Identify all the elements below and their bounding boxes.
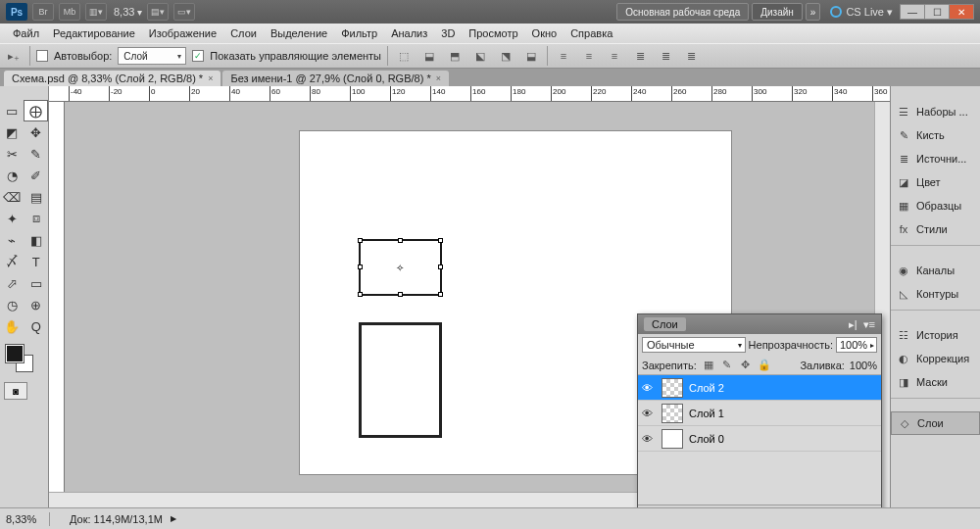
tool-button[interactable]: ✋ [0, 315, 24, 337]
workspace-primary-button[interactable]: Основная рабочая среда [616, 3, 749, 21]
menu-файл[interactable]: Файл [6, 27, 46, 39]
dist-icon[interactable]: ≣ [681, 46, 701, 66]
tool-button[interactable]: ✎ [24, 143, 49, 165]
panel-item-Каналы[interactable]: ◉Каналы [891, 259, 980, 282]
zoom-level[interactable]: 8,33 ▾ [114, 6, 142, 18]
bridge-icon[interactable]: Br [32, 3, 54, 21]
panel-item-Наборы ...[interactable]: ☰Наборы ... [891, 100, 980, 123]
lock-paint-icon[interactable]: ✎ [720, 359, 734, 371]
transform-handle[interactable] [358, 292, 363, 297]
tool-button[interactable]: ◔ [0, 165, 24, 186]
tool-button[interactable]: ◷ [0, 294, 24, 315]
tool-button[interactable]: ▭ [24, 272, 49, 294]
tool-button[interactable]: 〆 [0, 251, 24, 272]
transform-handle[interactable] [438, 264, 443, 269]
tool-button[interactable]: ⊕ [24, 294, 49, 315]
zoom-field[interactable]: 8,33% [0, 513, 49, 525]
screen-icon[interactable]: ▭▾ [173, 3, 195, 21]
tool-button[interactable]: ✐ [24, 165, 49, 186]
close-button[interactable]: ✕ [949, 4, 974, 20]
visibility-icon[interactable]: 👁 [642, 433, 656, 445]
layer-thumb[interactable] [662, 429, 683, 449]
status-menu-icon[interactable]: ▶ [171, 514, 176, 523]
tool-button[interactable]: ⬀ [0, 272, 24, 294]
minibridge-icon[interactable]: Mb [59, 3, 80, 21]
ruler-horizontal[interactable]: -40-200204060801001201401601802002202402… [49, 86, 980, 102]
layer-name[interactable]: Слой 2 [689, 382, 724, 394]
visibility-icon[interactable]: 👁 [642, 382, 656, 394]
cslive-button[interactable]: CS Live ▾ [830, 6, 893, 19]
layers-header[interactable]: Слои ▸|▾≡ [638, 314, 881, 334]
layer-name[interactable]: Слой 1 [689, 408, 724, 419]
tool-button[interactable]: Q [24, 315, 49, 337]
transform-handle[interactable] [438, 292, 443, 297]
panel-item-Источни...[interactable]: ≣Источни... [891, 147, 980, 170]
tool-button[interactable]: ✂ [0, 143, 24, 165]
menu-справка[interactable]: Справка [564, 27, 619, 39]
tool-button[interactable]: ✥ [24, 121, 49, 143]
layer-thumb[interactable] [662, 378, 683, 398]
close-tab-icon[interactable]: × [436, 73, 441, 83]
maximize-button[interactable]: ☐ [924, 4, 950, 20]
menu-анализ[interactable]: Анализ [384, 27, 434, 39]
transform-handle[interactable] [358, 264, 363, 269]
layer-name[interactable]: Слой 0 [689, 433, 724, 445]
tool-button[interactable]: ⌫ [0, 186, 24, 208]
menu-изображение[interactable]: Изображение [142, 27, 223, 39]
menu-просмотр[interactable]: Просмотр [462, 27, 524, 39]
align-icon[interactable]: ⬚ [394, 46, 414, 66]
ruler-vertical[interactable] [49, 102, 65, 507]
layer-row[interactable]: 👁Слой 2 [638, 375, 881, 401]
transform-handle[interactable] [358, 238, 363, 243]
dist-icon[interactable]: ≡ [605, 46, 624, 66]
panel-item-Контуры[interactable]: ◺Контуры [891, 282, 980, 306]
tool-button[interactable]: ▤ [24, 186, 49, 208]
layer-thumb[interactable] [662, 404, 683, 423]
dist-icon[interactable]: ≣ [656, 46, 675, 66]
selected-rectangle[interactable]: ✧ [359, 239, 442, 296]
tool-button[interactable]: ◧ [24, 229, 49, 251]
align-icon[interactable]: ⬒ [445, 46, 465, 66]
menu-редактирование[interactable]: Редактирование [46, 27, 142, 39]
document-tab[interactable]: Схема.psd @ 8,33% (Слой 2, RGB/8) *× [4, 71, 220, 86]
autoselect-checkbox[interactable] [36, 50, 48, 62]
menu-выделение[interactable]: Выделение [264, 27, 334, 39]
tool-button[interactable]: T [24, 251, 49, 272]
rectangle-shape[interactable] [359, 322, 442, 438]
dist-icon[interactable]: ≣ [630, 46, 650, 66]
tool-button[interactable]: ◩ [0, 121, 24, 143]
tool-button[interactable]: ⌁ [0, 229, 24, 251]
fill-input[interactable]: 100% [850, 360, 877, 371]
lock-position-icon[interactable]: ✥ [739, 359, 753, 371]
align-icon[interactable]: ⬓ [521, 46, 541, 66]
menu-3d[interactable]: 3D [434, 27, 462, 39]
fg-swatch[interactable] [6, 345, 24, 362]
menu-фильтр[interactable]: Фильтр [334, 27, 384, 39]
quickmask-button[interactable]: ◙ [4, 382, 27, 400]
lock-all-icon[interactable]: 🔒 [758, 359, 771, 371]
panel-collapse-icon[interactable]: ▸| [849, 318, 858, 331]
panel-item-Кисть[interactable]: ✎Кисть [891, 123, 980, 147]
panel-item-Маски[interactable]: ◨Маски [891, 370, 980, 394]
dist-icon[interactable]: ≡ [579, 46, 599, 66]
transform-handle[interactable] [398, 292, 403, 297]
opacity-input[interactable]: 100% [836, 337, 877, 353]
panel-item-Слои[interactable]: ◇Слои [891, 411, 980, 435]
dist-icon[interactable]: ≡ [554, 46, 573, 66]
panel-menu-icon[interactable]: ▾≡ [863, 318, 875, 331]
layer-row[interactable]: 👁Слой 0 [638, 426, 881, 452]
document-tab[interactable]: Без имени-1 @ 27,9% (Слой 0, RGB/8) *× [222, 71, 449, 86]
layout-icon[interactable]: ▥▾ [85, 3, 107, 21]
blend-mode-dropdown[interactable]: Обычные [642, 337, 746, 353]
align-icon[interactable]: ⬔ [496, 46, 515, 66]
tool-button[interactable]: ▭ [0, 100, 24, 121]
panel-item-История[interactable]: ☷История [891, 323, 980, 347]
workspace-more-button[interactable]: » [806, 3, 821, 21]
workspace-design-button[interactable]: Дизайн [752, 3, 803, 21]
menu-слои[interactable]: Слои [223, 27, 264, 39]
tool-button[interactable]: ✦ [0, 208, 24, 229]
menu-окно[interactable]: Окно [525, 27, 564, 39]
close-tab-icon[interactable]: × [208, 73, 213, 83]
lock-pixels-icon[interactable]: ▦ [702, 359, 715, 371]
visibility-icon[interactable]: 👁 [642, 408, 656, 419]
